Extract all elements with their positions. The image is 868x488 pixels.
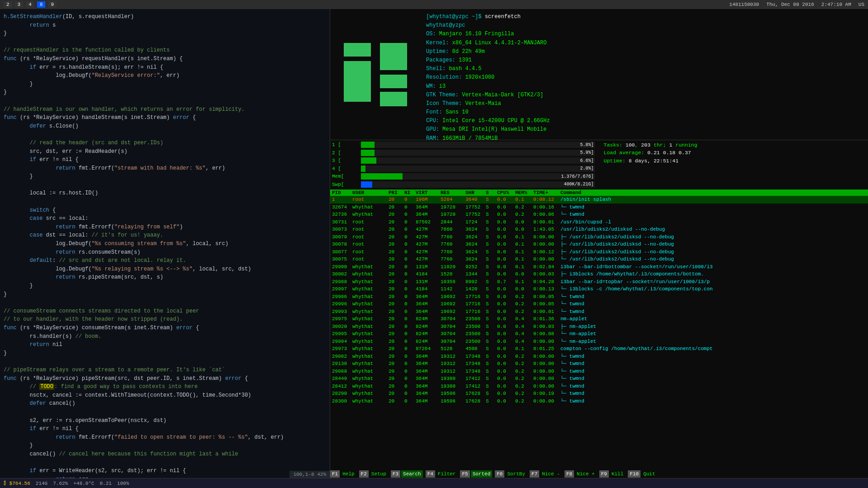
table-row[interactable]: 29996 whythat 20 0 364M 19692 17716 S 0.…: [330, 300, 868, 308]
fn-key-F10[interactable]: F10: [628, 470, 640, 478]
table-row[interactable]: 29990 whythat 20 0 131M 11020 9252 S 0.0…: [330, 263, 868, 271]
fn-key-F1[interactable]: F1: [330, 470, 340, 478]
res-cell: 5264: [441, 196, 465, 204]
table-row[interactable]: 28290 whythat 20 0 364M 19596 17628 S 0.…: [330, 390, 868, 398]
col-shr[interactable]: SHR: [465, 190, 486, 195]
table-row[interactable]: 32736 whythat 20 0 364M 19728 17752 S 0.…: [330, 211, 868, 218]
pri-cell: 20: [389, 383, 404, 390]
table-row[interactable]: 30079 root 20 0 427M 7760 3624 S 0.0 0.1…: [330, 233, 868, 241]
ws-tab-3[interactable]: 3: [15, 1, 24, 8]
pri-cell: 20: [389, 390, 404, 398]
mem-cell: 0.1: [515, 256, 533, 263]
table-row[interactable]: 32674 whythat 20 0 364M 19728 17752 S 0.…: [330, 204, 868, 211]
table-row[interactable]: 29997 whythat 20 0 4184 1142 1420 S 0.0 …: [330, 285, 868, 293]
table-row[interactable]: 29088 whythat 20 0 364M 19312 17348 S 0.…: [330, 368, 868, 375]
gpu-line: GPU: Mesa DRI Intel(R) Haswell Mobile: [426, 125, 863, 134]
table-row[interactable]: 29993 whythat 20 0 364M 19692 17716 S 0.…: [330, 308, 868, 316]
mem-cell: 0.2: [515, 390, 533, 398]
shr-cell: 9252: [465, 263, 486, 271]
ws-tab-8[interactable]: 8: [37, 1, 46, 8]
htop-process-table: PID USER PRI NI VIRT RES SHR S CPU% MEM%…: [330, 190, 868, 470]
mem-cell: 0.0: [515, 218, 533, 226]
cmd-cell: nm-applet: [560, 315, 866, 323]
ws-tab-4[interactable]: 4: [26, 1, 34, 8]
col-virt[interactable]: VIRT: [416, 190, 441, 195]
ws-tab-9[interactable]: 9: [48, 1, 57, 8]
table-row[interactable]: 30073 root 20 0 427M 7660 3624 S 0.0 0.0…: [330, 226, 868, 233]
cpu-line: CPU: Intel Core i5-4200U CPU @ 2.66GHz: [426, 117, 863, 125]
table-row[interactable]: 30077 root 20 0 427M 7760 3624 S 0.0 0.1…: [330, 248, 868, 256]
table-row[interactable]: 30020 whythat 20 0 824M 30704 23500 S 0.…: [330, 323, 868, 331]
ws-tab-2[interactable]: 2: [4, 1, 12, 8]
ni-cell: 0: [404, 338, 416, 346]
col-pri[interactable]: PRI: [389, 190, 404, 195]
table-row[interactable]: 1 root 20 0 196M 5264 3640 S 0.0 0.1 0:0…: [330, 196, 868, 204]
mem-cell: 0.0: [515, 285, 533, 293]
cpu2-bar: 5.9%]: [361, 150, 595, 156]
table-row[interactable]: 30731 root 20 0 87592 2844 1724 S 0.0 0.…: [330, 218, 868, 226]
col-mem[interactable]: MEM%: [515, 190, 533, 195]
cpu1-fill: [361, 142, 375, 148]
cpu1-bar-row: 1 [ 5.8%]: [332, 141, 595, 149]
table-row[interactable]: 30078 root 20 0 427M 7760 3624 S 0.0 0.1…: [330, 241, 868, 248]
terminal-panel: [whythat@yzpc ~]$ screenfetch whythat@yz…: [330, 9, 868, 140]
mem-cell: 0.2: [515, 368, 533, 375]
fn-key-F2[interactable]: F2: [359, 470, 369, 478]
fn-key-F6[interactable]: F6: [495, 470, 504, 478]
pid-cell: 30077: [332, 248, 352, 256]
mem-label: Mem[: [332, 173, 359, 180]
pid-cell: 29997: [332, 285, 352, 293]
virt-cell: 824M: [416, 323, 441, 331]
col-pid[interactable]: PID: [332, 190, 352, 195]
shr-cell: 3624: [465, 248, 486, 256]
cmd-cell: └─ nm-applet: [560, 338, 866, 346]
fn-key-F4[interactable]: F4: [426, 470, 435, 478]
col-user[interactable]: USER: [352, 190, 389, 195]
time-cell: 0:00.00: [533, 241, 560, 248]
table-row[interactable]: 29986 whythat 20 0 364M 19692 17716 S 0.…: [330, 293, 868, 301]
user-cell: whythat: [352, 270, 389, 278]
font-line: Font: Sans 10: [426, 108, 863, 117]
table-row[interactable]: 29994 whythat 20 0 824M 30704 23500 S 0.…: [330, 338, 868, 346]
table-row[interactable]: 28300 whythat 20 0 364M 19596 17628 S 0.…: [330, 398, 868, 405]
table-row[interactable]: 30075 root 20 0 427M 7760 3624 S 0.0 0.1…: [330, 256, 868, 263]
table-row[interactable]: 28412 whythat 20 0 364M 19380 17412 S 0.…: [330, 383, 868, 390]
col-time[interactable]: TIME+: [533, 190, 560, 195]
col-res[interactable]: RES: [441, 190, 465, 195]
table-row[interactable]: 29995 whythat 20 0 824M 30704 23500 S 0.…: [330, 330, 868, 338]
screenfetch-info: [whythat@yzpc ~]$ screenfetch whythat@yz…: [421, 9, 868, 140]
virt-cell: 364M: [416, 353, 441, 360]
mem-cell: 0.1: [515, 278, 533, 286]
table-row[interactable]: 29973 whythat 20 0 87264 5128 4500 S 0.0…: [330, 345, 868, 353]
pri-cell: 20: [389, 345, 404, 353]
fn-key-F7[interactable]: F7: [530, 470, 539, 478]
fn-key-F8[interactable]: F8: [564, 470, 574, 478]
cmd-cell: ├─ /usr/lib/udisks2/udisksd --no-debug: [560, 233, 866, 241]
table-row[interactable]: 30002 whythat 20 0 4184 1520 1344 S 0.0 …: [330, 270, 868, 278]
pid-cell: 29975: [332, 315, 352, 323]
s-cell: S: [486, 233, 497, 241]
mem-cell: 0.2: [515, 308, 533, 316]
table-row[interactable]: 29988 whythat 20 0 131M 10356 8992 S 0.7…: [330, 278, 868, 286]
fn-key-F5[interactable]: F5: [460, 470, 470, 478]
col-cmd[interactable]: Command: [560, 190, 866, 195]
cpu-val: Intel Core i5-4200U CPU @ 2.66GHz: [442, 118, 550, 124]
time-cell: 0:00.00: [533, 368, 560, 375]
shr-cell: 17348: [465, 368, 486, 375]
table-row[interactable]: 29130 whythat 20 0 364M 19312 17348 S 0.…: [330, 360, 868, 368]
table-row[interactable]: 29082 whythat 20 0 364M 19312 17348 S 0.…: [330, 353, 868, 360]
col-cpu[interactable]: CPU%: [497, 190, 515, 195]
user-cell: root: [352, 196, 389, 204]
col-ni[interactable]: NI: [404, 190, 416, 195]
pri-cell: 20: [389, 233, 404, 241]
virt-cell: 364M: [416, 390, 441, 398]
fn-key-F9[interactable]: F9: [599, 470, 609, 478]
uptime-line: Uptime: 8d 22h 49m: [426, 47, 863, 56]
fn-key-F3[interactable]: F3: [391, 470, 400, 478]
table-row[interactable]: 28449 whythat 20 0 364M 19380 17412 S 0.…: [330, 375, 868, 383]
user-cell: whythat: [352, 278, 389, 286]
table-row[interactable]: 29975 whythat 20 0 824M 30704 23500 S 0.…: [330, 315, 868, 323]
pid-cell: 29973: [332, 345, 352, 353]
col-s[interactable]: S: [486, 190, 497, 195]
icon-val: Vertex-Maia: [465, 100, 501, 107]
